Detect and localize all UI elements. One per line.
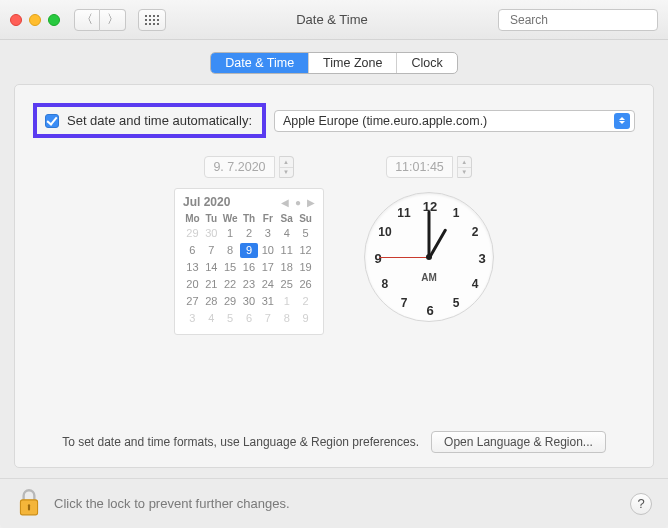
clock-number: 10 (378, 225, 391, 239)
calendar-day[interactable]: 4 (277, 226, 296, 241)
minimize-window-icon[interactable] (29, 14, 41, 26)
forward-button[interactable]: 〉 (100, 9, 126, 31)
clock-number: 11 (397, 206, 410, 220)
calendar-day[interactable]: 26 (296, 277, 315, 292)
calendar-day[interactable]: 23 (240, 277, 259, 292)
calendar-day[interactable]: 3 (183, 311, 202, 326)
content: Date & Time Time Zone Clock Set date and… (0, 40, 668, 478)
clock-number: 2 (472, 225, 479, 239)
calendar-day[interactable]: 8 (221, 243, 240, 258)
auto-set-row: Set date and time automatically: Apple E… (33, 103, 635, 138)
calendar-day[interactable]: 20 (183, 277, 202, 292)
traffic-lights (10, 14, 60, 26)
clock-pin (426, 254, 432, 260)
calendar-day[interactable]: 17 (258, 260, 277, 275)
calendar-day[interactable]: 27 (183, 294, 202, 309)
show-all-button[interactable] (138, 9, 166, 31)
calendar-day[interactable]: 7 (202, 243, 221, 258)
calendar-day[interactable]: 19 (296, 260, 315, 275)
bottom-bar: Click the lock to prevent further change… (0, 478, 668, 528)
lock-label: Click the lock to prevent further change… (54, 496, 290, 511)
clock-number: 6 (426, 303, 433, 318)
date-field[interactable]: 9. 7.2020 (204, 156, 274, 178)
calendar-day[interactable]: 16 (240, 260, 259, 275)
calendar-day[interactable]: 28 (202, 294, 221, 309)
lock-icon[interactable] (16, 487, 42, 520)
open-language-region-button[interactable]: Open Language & Region... (431, 431, 606, 453)
calendar-day[interactable]: 14 (202, 260, 221, 275)
calendar-prev-icon[interactable]: ◀ (281, 197, 289, 208)
time-stepper[interactable]: ▲▼ (457, 156, 472, 178)
tab-time-zone[interactable]: Time Zone (309, 53, 397, 73)
clock-number: 3 (478, 251, 485, 266)
time-field[interactable]: 11:01:45 (386, 156, 453, 178)
calendar-day[interactable]: 7 (258, 311, 277, 326)
calendar-day[interactable]: 1 (277, 294, 296, 309)
footer-hint: To set date and time formats, use Langua… (62, 435, 419, 449)
back-button[interactable]: 〈 (74, 9, 100, 31)
calendar-day[interactable]: 5 (221, 311, 240, 326)
highlight-box: Set date and time automatically: (33, 103, 266, 138)
second-hand (379, 257, 429, 258)
date-stepper[interactable]: ▲▼ (279, 156, 294, 178)
help-button[interactable]: ? (630, 493, 652, 515)
auto-set-label: Set date and time automatically: (67, 113, 252, 128)
time-server-dropdown[interactable]: Apple Europe (time.euro.apple.com.) (274, 110, 635, 132)
tab-date-time[interactable]: Date & Time (211, 53, 309, 73)
time-column: 11:01:45 ▲▼ 121234567891011 AM (364, 156, 494, 417)
date-column: 9. 7.2020 ▲▼ Jul 2020 ◀ ● ▶ MoTuWeT (174, 156, 324, 417)
calendar-day[interactable]: 13 (183, 260, 202, 275)
calendar-day[interactable]: 10 (258, 243, 277, 258)
calendar-day[interactable]: 3 (258, 226, 277, 241)
panel-footer: To set date and time formats, use Langua… (33, 431, 635, 453)
calendar-day[interactable]: 2 (240, 226, 259, 241)
preferences-window: 〈 〉 Date & Time Date & Time Time Zone Cl… (0, 0, 668, 528)
window-title: Date & Time (174, 12, 490, 27)
calendar-day[interactable]: 24 (258, 277, 277, 292)
calendar-day[interactable]: 9 (296, 311, 315, 326)
calendar-day[interactable]: 4 (202, 311, 221, 326)
calendar-day[interactable]: 29 (221, 294, 240, 309)
time-server-value: Apple Europe (time.euro.apple.com.) (283, 114, 487, 128)
auto-set-checkbox[interactable] (45, 114, 59, 128)
tab-clock[interactable]: Clock (397, 53, 456, 73)
zoom-window-icon[interactable] (48, 14, 60, 26)
calendar-day[interactable]: 8 (277, 311, 296, 326)
titlebar: 〈 〉 Date & Time (0, 0, 668, 40)
calendar-day[interactable]: 22 (221, 277, 240, 292)
calendar-day[interactable]: 12 (296, 243, 315, 258)
calendar-day[interactable]: 5 (296, 226, 315, 241)
tab-bar: Date & Time Time Zone Clock (210, 52, 457, 74)
grid-icon (145, 15, 159, 25)
calendar-day[interactable]: 9 (240, 243, 259, 258)
calendar[interactable]: Jul 2020 ◀ ● ▶ MoTuWeThFrSaSu29301234567… (174, 188, 324, 335)
clock-number: 5 (453, 296, 460, 310)
svg-rect-3 (28, 504, 30, 510)
search-input[interactable] (510, 13, 660, 27)
calendar-day[interactable]: 29 (183, 226, 202, 241)
calendar-day[interactable]: 30 (202, 226, 221, 241)
calendar-day[interactable]: 21 (202, 277, 221, 292)
calendar-day[interactable]: 25 (277, 277, 296, 292)
calendar-day[interactable]: 11 (277, 243, 296, 258)
clock-number: 1 (453, 206, 460, 220)
close-window-icon[interactable] (10, 14, 22, 26)
calendar-today-icon[interactable]: ● (295, 197, 301, 208)
minute-hand (428, 211, 431, 259)
calendar-day[interactable]: 15 (221, 260, 240, 275)
calendar-day[interactable]: 31 (258, 294, 277, 309)
search-field[interactable] (498, 9, 658, 31)
calendar-day[interactable]: 6 (240, 311, 259, 326)
clock-number: 7 (401, 296, 408, 310)
calendar-day[interactable]: 6 (183, 243, 202, 258)
columns: 9. 7.2020 ▲▼ Jul 2020 ◀ ● ▶ MoTuWeT (33, 156, 635, 417)
calendar-day[interactable]: 30 (240, 294, 259, 309)
calendar-month-label: Jul 2020 (183, 195, 230, 209)
clock-ampm: AM (421, 272, 437, 283)
calendar-day[interactable]: 1 (221, 226, 240, 241)
calendar-nav: ◀ ● ▶ (281, 197, 315, 208)
calendar-day[interactable]: 18 (277, 260, 296, 275)
calendar-day[interactable]: 2 (296, 294, 315, 309)
clock-number: 4 (472, 277, 479, 291)
calendar-next-icon[interactable]: ▶ (307, 197, 315, 208)
